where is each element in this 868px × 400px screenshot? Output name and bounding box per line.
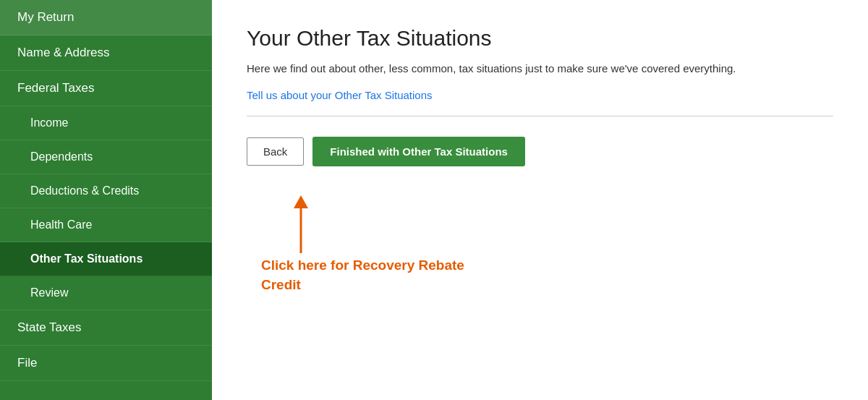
page-description: Here we find out about other, less commo… [247,62,796,75]
sidebar-item-state-taxes[interactable]: State Taxes [0,310,212,346]
sidebar-item-name-address[interactable]: Name & Address [0,35,212,71]
annotation-wrapper: Click here for Recovery Rebate Credit [261,195,833,294]
sidebar-item-file[interactable]: File [0,346,212,381]
arrow-icon [283,195,319,260]
sidebar: My Return Name & Address Federal Taxes I… [0,0,212,400]
sidebar-item-review[interactable]: Review [0,276,212,310]
sidebar-item-health-care[interactable]: Health Care [0,208,212,242]
button-row: Back Finished with Other Tax Situations [247,137,833,166]
arrow-container [283,195,326,253]
sidebar-item-deductions-credits[interactable]: Deductions & Credits [0,174,212,208]
sidebar-item-my-return[interactable]: My Return [0,0,212,35]
svg-marker-1 [294,195,308,208]
sidebar-item-federal-taxes[interactable]: Federal Taxes [0,71,212,106]
sidebar-item-dependents[interactable]: Dependents [0,140,212,174]
page-title: Your Other Tax Situations [247,26,833,51]
tell-us-link[interactable]: Tell us about your Other Tax Situations [247,89,433,101]
sidebar-item-other-tax-situations[interactable]: Other Tax Situations [0,242,212,276]
divider [247,116,833,116]
sidebar-item-income[interactable]: Income [0,106,212,140]
main-content: Your Other Tax Situations Here we find o… [212,0,868,400]
finished-button[interactable]: Finished with Other Tax Situations [312,137,525,166]
annotation-text: Click here for Recovery Rebate Credit [261,256,507,294]
back-button[interactable]: Back [247,137,304,166]
